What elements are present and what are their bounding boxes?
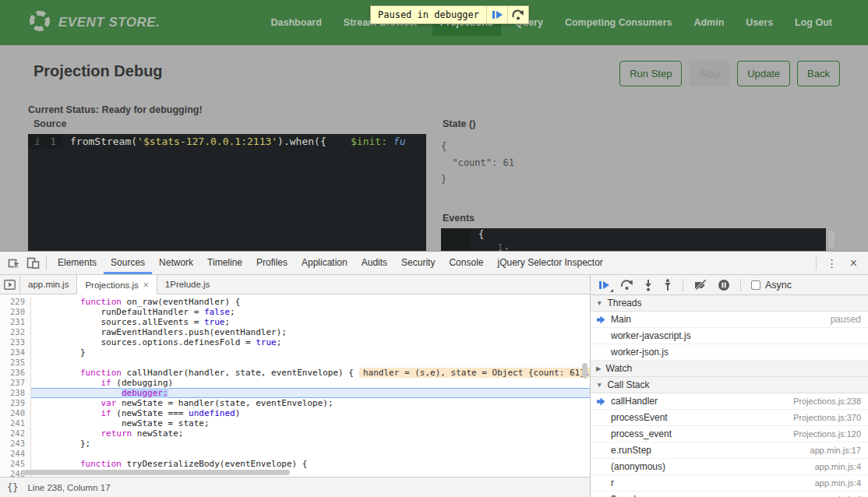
code-line-234[interactable]: 234 }: [0, 347, 590, 358]
line-number[interactable]: 229: [0, 297, 31, 307]
show-navigator-icon[interactable]: [0, 275, 20, 294]
line-number[interactable]: 237: [0, 378, 31, 388]
pretty-print-icon[interactable]: {}: [7, 482, 18, 493]
code-line-241[interactable]: 241 newState = state;: [0, 418, 590, 428]
call-stack-frame-each[interactable]: $.eachapp.min.js:4: [591, 492, 868, 497]
fold-arrow-icon[interactable]: ▾: [503, 245, 508, 251]
event-store-logo[interactable]: EVENT STORE.: [28, 9, 160, 36]
call-stack-section-header[interactable]: ▼ Call Stack: [591, 377, 868, 393]
resume-script-icon[interactable]: [486, 6, 507, 23]
call-stack-frame-e-runstep[interactable]: e.runStepapp.min.js:17: [591, 442, 868, 459]
nav-item-admin[interactable]: Admin: [686, 9, 732, 36]
line-number[interactable]: 244: [0, 449, 31, 459]
line-number[interactable]: 241: [0, 418, 31, 428]
file-tab-projections-js[interactable]: Projections.js×: [76, 275, 157, 294]
line-number[interactable]: 242: [0, 428, 31, 439]
devtools-tab-profiles[interactable]: Profiles: [249, 252, 295, 274]
code-line-239[interactable]: 239 var newState = handler(state, eventE…: [0, 398, 590, 408]
code-editor[interactable]: 229 function on_raw(eventHandler) {230 r…: [0, 294, 590, 477]
frame-location[interactable]: Projections.js:238: [793, 397, 861, 406]
code-token: [387, 136, 393, 147]
inspect-element-icon[interactable]: [5, 254, 23, 273]
line-number[interactable]: 240: [0, 408, 31, 418]
device-toolbar-icon[interactable]: [23, 254, 42, 273]
devtools-tab-timeline[interactable]: Timeline: [200, 252, 249, 274]
line-number[interactable]: 238: [0, 388, 31, 398]
frame-location[interactable]: Projections.js:370: [793, 413, 861, 422]
devtools-tab-sources[interactable]: Sources: [104, 252, 152, 274]
horizontal-scrollbar[interactable]: [23, 470, 290, 475]
thread-row-main[interactable]: Mainpaused: [591, 312, 868, 328]
frame-location[interactable]: app.min.js:4: [815, 478, 861, 488]
call-stack-frame-callhandler[interactable]: callHandlerProjections.js:238: [591, 393, 868, 410]
call-stack-frame-anonymous[interactable]: (anonymous)app.min.js:4: [591, 459, 868, 475]
line-number[interactable]: 236: [0, 368, 31, 378]
call-stack-frame-r[interactable]: rapp.min.js:4: [591, 475, 868, 492]
step-out-button-icon[interactable]: [663, 279, 672, 291]
code-line-235[interactable]: 235: [0, 358, 590, 368]
pause-on-exceptions-icon[interactable]: [718, 279, 730, 291]
watch-section-header[interactable]: ▶ Watch: [591, 361, 868, 377]
line-number[interactable]: 232: [0, 327, 31, 337]
file-tab-1prelude-js[interactable]: 1Prelude.js: [157, 275, 218, 294]
thread-row-worker-javascript-js[interactable]: worker-javascript.js: [591, 328, 868, 344]
frame-location[interactable]: app.min.js:17: [810, 446, 861, 455]
code-line-232[interactable]: 232 rawEventHandlers.push(eventHandler);: [0, 327, 590, 337]
code-line-229[interactable]: 229 function on_raw(eventHandler) {: [0, 297, 590, 307]
async-checkbox[interactable]: [751, 280, 760, 290]
nav-item-dashboard[interactable]: Dashboard: [263, 9, 330, 36]
run-step-button[interactable]: Run Step: [619, 61, 682, 86]
code-line-240[interactable]: 240 if (newState === undefined): [0, 408, 590, 418]
devtools-tab-jquery-selector-inspector[interactable]: jQuery Selector Inspector: [490, 252, 609, 274]
code-line-230[interactable]: 230 runDefaultHandler = false;: [0, 307, 590, 317]
code-line-244[interactable]: 244: [0, 449, 590, 459]
code-line-236[interactable]: 236 function callHandler(handler, state,…: [0, 368, 590, 378]
step-over-icon[interactable]: [507, 6, 528, 23]
devtools-tab-console[interactable]: Console: [442, 252, 490, 274]
devtools-tab-audits[interactable]: Audits: [355, 252, 394, 274]
call-stack-frame-process-event[interactable]: process_eventProjections.js:120: [591, 426, 868, 442]
line-number[interactable]: 239: [0, 398, 31, 408]
line-number[interactable]: 231: [0, 317, 31, 327]
call-stack-frame-processevent[interactable]: processEventProjections.js:370: [591, 410, 868, 426]
frame-location[interactable]: app.min.js:4: [815, 462, 861, 471]
code-line-237[interactable]: 237 if (debugging): [0, 378, 590, 388]
line-number[interactable]: 243: [0, 439, 31, 449]
deactivate-breakpoints-icon[interactable]: [693, 280, 707, 291]
vertical-scrollbar[interactable]: [582, 363, 587, 379]
code-line-245[interactable]: 245 function tryDeserializeBody(eventEnv…: [0, 459, 590, 469]
async-checkbox-wrap[interactable]: Async: [751, 280, 792, 291]
devtools-tab-elements[interactable]: Elements: [51, 252, 104, 274]
line-number[interactable]: 233: [0, 337, 31, 347]
devtools-close-icon[interactable]: ×: [844, 256, 863, 270]
file-tab-app-min-js[interactable]: app.min.js: [20, 275, 76, 294]
nav-item-users[interactable]: Users: [738, 9, 781, 36]
code-line-238[interactable]: 238 debugger;: [0, 388, 590, 398]
code-line-231[interactable]: 231 sources.allEvents = true;: [0, 317, 590, 327]
threads-section-header[interactable]: ▼ Threads: [591, 295, 868, 312]
update-button[interactable]: Update: [737, 61, 790, 86]
devtools-menu-icon[interactable]: ⋮: [820, 257, 844, 270]
nav-item-log-out[interactable]: Log Out: [787, 9, 840, 36]
source-code-editor[interactable]: i 1 fromStream('$stats-127.0.0.1:2113').…: [28, 134, 426, 251]
step-into-button-icon[interactable]: [644, 279, 653, 291]
line-number[interactable]: 235: [0, 358, 31, 368]
frame-location[interactable]: Projections.js:120: [793, 429, 861, 439]
resume-button-icon[interactable]: [598, 280, 610, 291]
events-scrollbar[interactable]: [828, 231, 834, 248]
line-number[interactable]: 230: [0, 307, 31, 317]
step-over-button-icon[interactable]: [620, 279, 633, 291]
devtools-tab-application[interactable]: Application: [295, 252, 355, 274]
code-line-233[interactable]: 233 sources.options.definesFold = true;: [0, 337, 590, 347]
nav-item-competing-consumers[interactable]: Competing Consumers: [557, 9, 680, 36]
thread-row-worker-json-js[interactable]: worker-json.js: [591, 344, 868, 361]
devtools-tab-security[interactable]: Security: [394, 252, 442, 274]
events-editor[interactable]: 1▾ { 2. "correlationId": "06202702-8827-…: [441, 228, 826, 251]
line-number[interactable]: 245: [0, 459, 31, 469]
line-number[interactable]: 234: [0, 347, 31, 358]
devtools-tab-network[interactable]: Network: [152, 252, 200, 274]
back-button[interactable]: Back: [797, 61, 840, 86]
code-line-242[interactable]: 242 return newState;: [0, 428, 590, 439]
close-tab-icon[interactable]: ×: [143, 280, 149, 291]
code-line-243[interactable]: 243 };: [0, 439, 590, 449]
